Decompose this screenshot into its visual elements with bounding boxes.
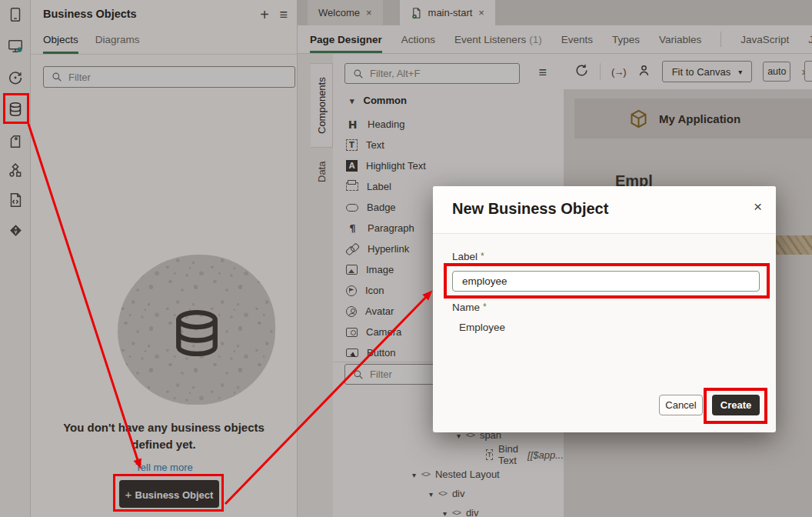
close-icon[interactable]: [754, 198, 762, 215]
create-button[interactable]: Create: [712, 395, 760, 415]
label-field-label: Label*: [452, 251, 484, 262]
label-field-input[interactable]: [452, 271, 760, 292]
required-asterisk: *: [483, 302, 487, 312]
name-field-value: Employee: [459, 322, 505, 333]
visual-builder-app: Business Objects Objects Diagrams You do…: [0, 0, 812, 517]
label-text: Name: [452, 302, 480, 313]
required-asterisk: *: [481, 251, 484, 262]
dialog-title: New Business Object: [452, 200, 608, 218]
dialog-header: New Business Object: [433, 186, 776, 234]
label-text: Label: [452, 251, 478, 262]
name-field-label: Name*: [452, 302, 487, 313]
cancel-button[interactable]: Cancel: [659, 395, 703, 415]
new-business-object-dialog: New Business Object Label* Name* Employe…: [433, 186, 776, 432]
